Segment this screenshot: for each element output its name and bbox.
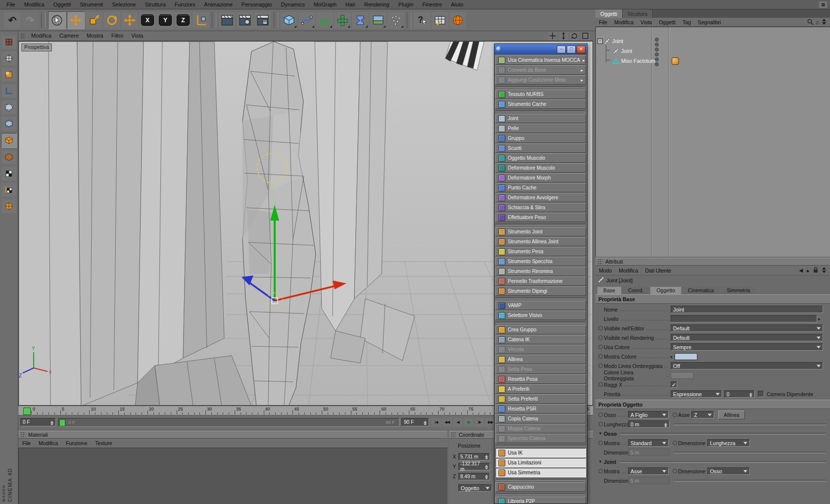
menu-plugin[interactable]: Plugin (394, 0, 418, 9)
texture-axis-mode-button[interactable] (1, 183, 16, 197)
setta-preferiti-button[interactable]: Setta Preferiti (495, 394, 586, 404)
goto-start-button[interactable]: |◀ (431, 418, 441, 427)
resetta-posa-button[interactable]: Resetta Posa (495, 374, 586, 384)
coordinate-mode-select[interactable]: Oggetto (458, 484, 492, 492)
coordinate-z-field[interactable]: 8.49 m (458, 473, 490, 480)
render-settings-button[interactable] (254, 12, 271, 29)
collapse-triangle-icon[interactable]: ▼ (598, 431, 602, 436)
visibile-nell-editor-select[interactable]: Default (671, 324, 823, 332)
visibile-nel-rendering-select[interactable]: Default (671, 334, 823, 341)
make-editable-button[interactable] (1, 35, 16, 49)
spinner-icon[interactable] (748, 391, 752, 397)
om-menu-tag[interactable]: Tag (679, 18, 694, 27)
rotate-camera-icon[interactable] (570, 32, 579, 40)
menu-modifica[interactable]: Modifica (20, 0, 49, 9)
allinea-button[interactable]: Allinea (495, 355, 586, 364)
tree-item-joint[interactable]: −Joint (596, 36, 830, 46)
add-deformer-button[interactable] (352, 12, 369, 29)
tag-icon[interactable] (672, 57, 679, 65)
mostra-select[interactable]: Asse (628, 467, 669, 475)
crea-gruppo-button[interactable]: Crea Gruppo (495, 325, 586, 334)
strumento-cache-button[interactable]: Strumento Cache (495, 99, 586, 109)
add-particles-button[interactable] (388, 12, 404, 29)
tab-struttura[interactable]: Struttura (623, 9, 653, 18)
menu-selezione[interactable]: Selezione (107, 0, 140, 9)
om-menu-vista[interactable]: Vista (637, 18, 655, 27)
tab-cinematica[interactable]: Cinematica (682, 287, 720, 294)
model-mode-button[interactable] (1, 51, 16, 65)
viewport-menu-mostra[interactable]: Mostra (83, 31, 107, 41)
tree-item-joint[interactable]: Joint (596, 46, 830, 56)
osso-select[interactable]: A Figlio (628, 411, 669, 418)
a-preferiti-button[interactable]: A Preferiti (495, 384, 586, 394)
keyframe-dot[interactable] (598, 345, 604, 349)
modo-linea-ombreggiata-select[interactable]: Off (671, 362, 823, 369)
attr-menu-modifica[interactable]: Modifica (615, 266, 641, 275)
frame-spinner[interactable] (49, 419, 53, 425)
pelle-button[interactable]: Pelle (495, 124, 586, 133)
spinner-icon[interactable] (484, 463, 488, 469)
materials-menu-texture[interactable]: Texture (91, 439, 116, 448)
keyframe-dot[interactable] (598, 382, 604, 387)
end-frame-field[interactable]: 90 F (401, 418, 429, 426)
edges-mode-button[interactable] (1, 117, 16, 131)
menu-animazione[interactable]: Animazione (199, 0, 237, 9)
object-mode-button[interactable] (1, 68, 16, 82)
render-view-button[interactable] (219, 12, 236, 29)
tab-oggetto[interactable]: Oggetto (650, 287, 681, 294)
viewport-menu-filtro[interactable]: Filtro (107, 31, 127, 41)
tab-coord[interactable]: Coord. (622, 287, 650, 294)
tree-item-miso-factotum[interactable]: Miso Factotum (596, 56, 830, 66)
tessuto-nurbs-button[interactable]: Tessuto NURBS (495, 90, 586, 99)
up-icon[interactable]: ▲ (805, 268, 810, 273)
add-spline-button[interactable] (298, 12, 315, 29)
render-picture-viewer-button[interactable] (237, 12, 253, 29)
dimensione-select[interactable]: Osso (707, 467, 750, 475)
attr-menu-dati-utente[interactable]: Dati Utente (641, 266, 675, 275)
add-scene-object-button[interactable] (370, 12, 387, 29)
keyframe-dot[interactable] (673, 469, 678, 473)
allinea-button[interactable]: Allinea (718, 411, 745, 419)
usa-simmetria-button[interactable]: Usa Simmetria (495, 468, 586, 477)
maximize-view-icon[interactable] (581, 32, 590, 40)
resetta-psr-button[interactable]: Resetta PSR (495, 404, 586, 413)
keyframe-dot[interactable] (598, 364, 604, 368)
history-back-icon[interactable]: ◀ (799, 268, 803, 273)
strumento-dipingi-button[interactable]: Strumento Dipingi (495, 286, 586, 296)
visibility-dots[interactable] (655, 47, 659, 56)
add-modeling-object-button[interactable] (334, 12, 351, 29)
menu-finestre[interactable]: Finestre (418, 0, 446, 9)
add-primitive-button[interactable] (281, 12, 297, 29)
menu-personaggio[interactable]: Personaggio (237, 0, 277, 9)
keyframe-dot[interactable] (598, 469, 604, 473)
tab-oggetti[interactable]: Oggetti (595, 9, 623, 18)
menu-funzioni[interactable]: Funzioni (170, 0, 200, 9)
rotate-tool-button[interactable] (103, 12, 120, 29)
layout-icon[interactable]: ▦ (819, 1, 827, 8)
object-axis-mode-button[interactable] (1, 199, 16, 213)
dolly-camera-icon[interactable] (559, 32, 568, 40)
menu-dynamics[interactable]: Dynamics (277, 0, 309, 9)
move-tool-button[interactable] (67, 11, 85, 29)
lunghezza-field[interactable]: 0 m (628, 420, 670, 428)
spinner-icon[interactable] (484, 473, 488, 479)
vamp-button[interactable]: VAMP (495, 301, 586, 310)
play-button[interactable]: ▶ (464, 418, 474, 427)
expander-icon[interactable]: − (597, 39, 603, 44)
current-frame-field[interactable]: 0 F (20, 418, 56, 426)
home-icon[interactable]: ⌂ (816, 19, 819, 26)
coordinate-x-field[interactable]: 5.731 m (458, 453, 490, 460)
nome-field[interactable]: Joint (671, 306, 823, 313)
lock-y-button[interactable]: Y (157, 12, 174, 29)
add-nurbs-button[interactable] (316, 12, 333, 29)
panel-grip-icon[interactable] (451, 432, 456, 438)
asse-select[interactable]: Z (691, 411, 714, 418)
menu-struttura[interactable]: Struttura (141, 0, 170, 9)
menu-mograph[interactable]: MoGraph (309, 0, 341, 9)
strumento-rinomina-button[interactable]: Strumento Rinomina (495, 267, 586, 276)
timeline-marker[interactable] (23, 408, 31, 415)
xpresso-editor-button[interactable] (432, 12, 448, 29)
strumento-allinea-joint-button[interactable]: Strumento Allinea Joint (495, 237, 586, 246)
mostra-select[interactable]: Standard (628, 439, 669, 447)
tab-simmetria[interactable]: Simmetria (721, 287, 756, 294)
